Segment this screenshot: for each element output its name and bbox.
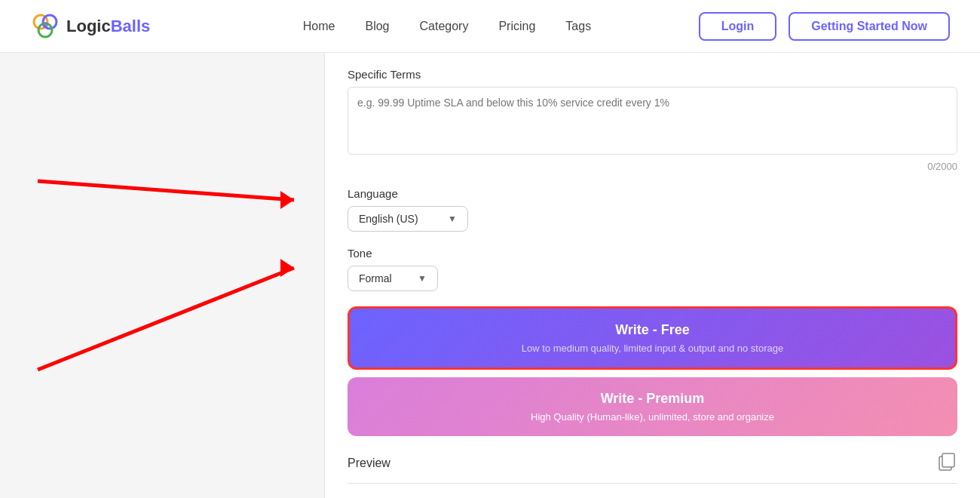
specific-terms-label: Specific Terms	[348, 68, 957, 81]
write-free-button[interactable]: Write - Free Low to medium quality, limi…	[348, 306, 957, 370]
nav-blog[interactable]: Blog	[365, 20, 389, 33]
navbar: LogicBalls Home Blog Category Pricing Ta…	[0, 0, 980, 53]
svg-marker-5	[280, 191, 294, 209]
language-chevron-icon: ▼	[448, 214, 457, 224]
write-free-desc: Low to medium quality, limited input & o…	[363, 343, 942, 354]
write-premium-title: Write - Premium	[361, 391, 944, 407]
left-area	[0, 53, 324, 498]
svg-line-4	[38, 181, 294, 200]
write-free-title: Write - Free	[363, 322, 942, 338]
logo-icon	[30, 11, 60, 42]
tone-dropdown[interactable]: Formal ▼	[348, 266, 438, 291]
main-panel: Specific Terms 0/2000 Language English (…	[324, 53, 980, 498]
tone-label: Tone	[348, 247, 957, 260]
preview-divider	[348, 483, 957, 484]
svg-rect-9	[942, 453, 954, 467]
char-count: 0/2000	[348, 161, 957, 172]
login-button[interactable]: Login	[699, 12, 777, 41]
nav-category[interactable]: Category	[420, 20, 469, 33]
language-section: Language English (US) ▼	[348, 187, 957, 232]
write-premium-button[interactable]: Write - Premium High Quality (Human-like…	[348, 377, 957, 436]
nav-actions: Login Getting Started Now	[699, 12, 950, 41]
nav-pricing[interactable]: Pricing	[498, 20, 535, 33]
svg-point-3	[42, 22, 48, 28]
specific-terms-section: Specific Terms 0/2000	[348, 68, 957, 172]
nav-home[interactable]: Home	[303, 20, 335, 33]
preview-section: Preview	[348, 451, 957, 475]
logo: LogicBalls	[30, 11, 150, 42]
copy-icon[interactable]	[936, 451, 957, 475]
getting-started-button[interactable]: Getting Started Now	[789, 12, 950, 41]
svg-marker-7	[280, 259, 294, 277]
nav-tags[interactable]: Tags	[565, 20, 591, 33]
language-value: English (US)	[359, 213, 418, 225]
nav-links: Home Blog Category Pricing Tags	[195, 20, 698, 33]
tone-value: Formal	[359, 272, 392, 284]
arrows-svg	[0, 53, 324, 498]
logo-text: LogicBalls	[66, 17, 150, 36]
write-premium-desc: High Quality (Human-like), unlimited, st…	[361, 411, 944, 423]
specific-terms-input[interactable]	[348, 87, 957, 155]
tone-section: Tone Formal ▼	[348, 247, 957, 291]
language-dropdown[interactable]: English (US) ▼	[348, 206, 468, 232]
svg-line-6	[38, 268, 294, 370]
content-wrapper: Specific Terms 0/2000 Language English (…	[0, 53, 980, 498]
tone-chevron-icon: ▼	[418, 273, 427, 284]
language-label: Language	[348, 187, 957, 200]
preview-label: Preview	[348, 456, 390, 470]
